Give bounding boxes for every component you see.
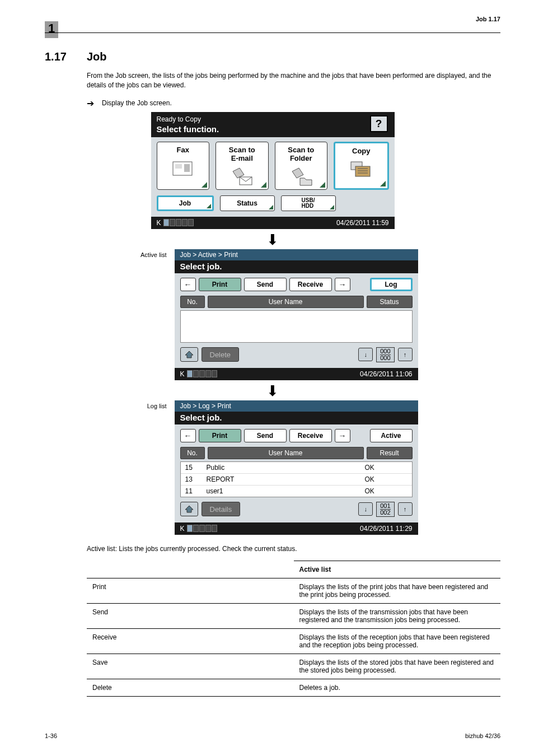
active-list-description: Active list: Lists the jobs currently pr… — [87, 545, 500, 553]
table-row[interactable]: 11user1OK — [181, 486, 412, 497]
panel2-subtitle: Select job. — [175, 260, 418, 273]
svg-marker-5 — [292, 168, 303, 178]
tab-receive[interactable]: Receive — [289, 278, 332, 291]
table-row: ReceiveDisplays the lists of the recepti… — [87, 628, 500, 654]
toner-indicator: K — [180, 525, 217, 533]
tab-send[interactable]: Send — [244, 278, 287, 291]
page-counter: 000000 — [376, 347, 394, 362]
scan-email-icon — [228, 167, 255, 187]
page-down-button[interactable]: ↓ — [358, 348, 373, 361]
section-number: 1.17 — [45, 50, 87, 63]
panel3-subtitle: Select job. — [175, 412, 418, 424]
col-no: No. — [180, 447, 205, 459]
svg-marker-3 — [233, 168, 244, 178]
col-user-name: User Name — [208, 447, 364, 459]
table-row[interactable]: 15PublicOK — [181, 462, 412, 474]
active-list-table: Active list PrintDisplays the lists of t… — [87, 561, 500, 697]
panel3-data-area: 15PublicOK 13REPORTOK 11user1OK — [180, 461, 413, 497]
home-button[interactable] — [180, 347, 198, 362]
down-arrow-icon: ⬇ — [45, 232, 500, 247]
page-counter: 001002 — [376, 502, 394, 517]
help-button[interactable]: ? — [370, 115, 388, 132]
table-row: DeleteDeletes a job. — [87, 679, 500, 696]
log-list-label: Log list — [128, 400, 175, 535]
down-arrow-icon: ⬇ — [45, 384, 500, 398]
scan-folder-icon — [288, 167, 315, 187]
fax-button[interactable]: Fax — [157, 142, 210, 190]
copy-button[interactable]: Copy — [334, 142, 389, 190]
table-row: SendDisplays the lists of the transmissi… — [87, 603, 500, 628]
tab-receive[interactable]: Receive — [289, 429, 332, 442]
nav-left-button[interactable]: ← — [180, 278, 196, 291]
table-row: SaveDisplays the lists of the stored job… — [87, 654, 500, 679]
panel1-title: Ready to Copy — [151, 112, 395, 124]
tab-print[interactable]: Print — [199, 278, 241, 291]
svg-rect-1 — [175, 164, 182, 169]
status-button[interactable]: Status — [220, 195, 275, 211]
step-text: Display the Job screen. — [102, 99, 172, 108]
usb-hdd-button[interactable]: USB/ HDD — [281, 195, 336, 211]
home-icon — [184, 350, 194, 359]
page-up-button[interactable]: ↑ — [398, 502, 413, 516]
col-result: Result — [367, 447, 413, 459]
table-row: PrintDisplays the lists of the print job… — [87, 578, 500, 603]
details-button[interactable]: Details — [202, 502, 241, 516]
nav-right-button[interactable]: → — [335, 429, 350, 442]
chapter-tab: 1 — [45, 21, 58, 38]
home-button[interactable] — [180, 502, 198, 516]
panel2-data-area — [180, 310, 413, 343]
scan-to-folder-button[interactable]: Scan to Folder — [275, 142, 328, 190]
tab-send[interactable]: Send — [244, 429, 287, 442]
panel-active-list: Job > Active > Print Select job. ← Print… — [175, 249, 418, 380]
panel3-breadcrumb: Job > Log > Print — [175, 400, 418, 412]
active-list-label: Active list — [128, 249, 175, 380]
panel1-datetime: 04/26/2011 11:59 — [336, 219, 388, 227]
job-button[interactable]: Job — [157, 195, 214, 211]
svg-rect-7 — [355, 166, 370, 176]
panel-log-list: Job > Log > Print Select job. ← Print Se… — [175, 400, 418, 535]
page-header-right: Job 1.17 — [476, 16, 500, 22]
tab-print[interactable]: Print — [199, 429, 241, 442]
col-no: No. — [180, 296, 205, 308]
toner-indicator: K — [180, 370, 217, 378]
section-title: Job — [87, 50, 107, 63]
svg-rect-2 — [184, 164, 190, 172]
toner-indicator: K — [157, 219, 194, 227]
col-status: Status — [367, 296, 413, 308]
col-user-name: User Name — [208, 296, 364, 308]
panel3-datetime: 04/26/2011 11:29 — [360, 525, 412, 533]
scan-to-email-button[interactable]: Scan to E-mail — [216, 142, 269, 190]
page-down-button[interactable]: ↓ — [358, 502, 373, 516]
intro-text: From the Job screen, the lists of the jo… — [87, 71, 500, 91]
model-name: bizhub 42/36 — [465, 732, 500, 739]
panel1-subtitle: Select function. — [151, 124, 395, 137]
home-icon — [184, 505, 194, 514]
table-header-active-list: Active list — [294, 561, 501, 578]
panel2-datetime: 04/26/2011 11:06 — [360, 370, 412, 378]
copy-icon — [348, 160, 374, 180]
nav-left-button[interactable]: ← — [180, 429, 196, 442]
delete-button[interactable]: Delete — [202, 347, 240, 362]
page-number: 1-36 — [45, 732, 57, 739]
tab-active[interactable]: Active — [370, 429, 413, 442]
nav-right-button[interactable]: → — [335, 278, 350, 291]
table-row[interactable]: 13REPORTOK — [181, 474, 412, 486]
panel2-breadcrumb: Job > Active > Print — [175, 249, 418, 260]
tab-log[interactable]: Log — [370, 278, 413, 291]
step-arrow-icon: ➔ — [87, 99, 94, 109]
panel-function-select: Ready to Copy Select function. ? Fax Sca… — [151, 112, 395, 229]
fax-icon — [170, 158, 196, 179]
page-up-button[interactable]: ↑ — [398, 348, 413, 361]
